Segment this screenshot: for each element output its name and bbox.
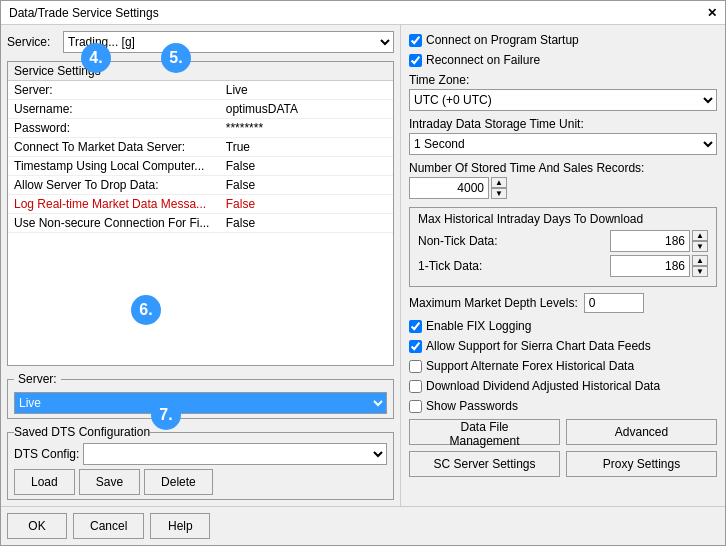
allow-support-label: Allow Support for Sierra Chart Data Feed… <box>426 339 651 353</box>
dts-row: DTS Config: <box>14 443 387 465</box>
stored-records-spinner: 4000 ▲ ▼ <box>409 177 717 199</box>
server-select[interactable]: Live <box>14 392 387 414</box>
settings-key: Log Real-time Market Data Messa... <box>8 195 220 214</box>
stored-records-up[interactable]: ▲ <box>491 177 507 188</box>
main-window: Data/Trade Service Settings ✕ 4. 5. 6. 7… <box>0 0 726 546</box>
service-row: Service: Trading... [g] <box>7 31 394 53</box>
intraday-group: Intraday Data Storage Time Unit: 1 Secon… <box>409 117 717 155</box>
one-tick-down[interactable]: ▼ <box>692 266 708 277</box>
dts-delete-button[interactable]: Delete <box>144 469 213 495</box>
non-tick-label: Non-Tick Data: <box>418 234 498 248</box>
settings-value: False <box>220 195 393 214</box>
intraday-select[interactable]: 1 Second <box>409 133 717 155</box>
settings-key: Username: <box>8 100 220 119</box>
sc-server-button[interactable]: SC Server Settings <box>409 451 560 477</box>
reconnect-failure-label: Reconnect on Failure <box>426 53 540 67</box>
settings-table-row: Username:optimusDATA <box>8 100 393 119</box>
right-panel: Connect on Program Startup Reconnect on … <box>401 25 725 506</box>
dts-buttons: Load Save Delete <box>14 469 387 495</box>
depth-input[interactable]: 0 <box>584 293 644 313</box>
settings-key: Use Non-secure Connection For Fi... <box>8 214 220 233</box>
dts-legend: Saved DTS Configuration <box>14 425 150 439</box>
stored-records-spinner-btns: ▲ ▼ <box>491 177 507 199</box>
service-label: Service: <box>7 35 57 49</box>
non-tick-spinner: 186 ▲ ▼ <box>610 230 708 252</box>
dts-config-select[interactable] <box>83 443 387 465</box>
non-tick-row: Non-Tick Data: 186 ▲ ▼ <box>418 230 708 252</box>
support-alternate-checkbox[interactable] <box>409 360 422 373</box>
proxy-button[interactable]: Proxy Settings <box>566 451 717 477</box>
title-bar: Data/Trade Service Settings ✕ <box>1 1 725 25</box>
allow-support-checkbox[interactable] <box>409 340 422 353</box>
settings-group-title: Service Settings <box>8 62 393 81</box>
left-panel: 4. 5. 6. 7. Service: Trading... [g] Serv… <box>1 25 401 506</box>
max-historical-title: Max Historical Intraday Days To Download <box>418 212 708 226</box>
content-area: 4. 5. 6. 7. Service: Trading... [g] Serv… <box>1 25 725 506</box>
help-button[interactable]: Help <box>150 513 210 539</box>
allow-support-row: Allow Support for Sierra Chart Data Feed… <box>409 339 717 353</box>
settings-value: True <box>220 138 393 157</box>
service-select[interactable]: Trading... [g] <box>63 31 394 53</box>
one-tick-spinner: 186 ▲ ▼ <box>610 255 708 277</box>
connect-startup-label: Connect on Program Startup <box>426 33 579 47</box>
download-dividend-label: Download Dividend Adjusted Historical Da… <box>426 379 660 393</box>
bottom-buttons: OK Cancel Help <box>1 506 725 545</box>
data-file-button[interactable]: Data File Management <box>409 419 560 445</box>
stored-records-label: Number Of Stored Time And Sales Records: <box>409 161 717 175</box>
show-passwords-checkbox[interactable] <box>409 400 422 413</box>
settings-table-row: Password:******** <box>8 119 393 138</box>
show-passwords-row: Show Passwords <box>409 399 717 413</box>
settings-table: Server:LiveUsername:optimusDATAPassword:… <box>8 81 393 233</box>
fix-logging-row: Enable FIX Logging <box>409 319 717 333</box>
max-historical-box: Max Historical Intraday Days To Download… <box>409 207 717 287</box>
one-tick-up[interactable]: ▲ <box>692 255 708 266</box>
right-buttons-row1: Data File Management Advanced <box>409 419 717 445</box>
dts-config-label: DTS Config: <box>14 447 79 461</box>
reconnect-failure-checkbox[interactable] <box>409 54 422 67</box>
depth-row: Maximum Market Depth Levels: 0 <box>409 293 717 313</box>
dts-save-button[interactable]: Save <box>79 469 140 495</box>
settings-value: ******** <box>220 119 393 138</box>
settings-table-row: Use Non-secure Connection For Fi...False <box>8 214 393 233</box>
settings-value: Live <box>220 81 393 100</box>
show-passwords-label: Show Passwords <box>426 399 518 413</box>
non-tick-down[interactable]: ▼ <box>692 241 708 252</box>
close-button[interactable]: ✕ <box>707 6 717 20</box>
support-alternate-label: Support Alternate Forex Historical Data <box>426 359 634 373</box>
right-buttons-row2: SC Server Settings Proxy Settings <box>409 451 717 477</box>
advanced-button[interactable]: Advanced <box>566 419 717 445</box>
stored-records-down[interactable]: ▼ <box>491 188 507 199</box>
timezone-select[interactable]: UTC (+0 UTC) <box>409 89 717 111</box>
settings-group: Service Settings Server:LiveUsername:opt… <box>7 61 394 366</box>
support-alternate-row: Support Alternate Forex Historical Data <box>409 359 717 373</box>
settings-value: False <box>220 214 393 233</box>
server-fieldset: Server: Live <box>7 372 394 419</box>
server-legend: Server: <box>14 372 61 386</box>
depth-label: Maximum Market Depth Levels: <box>409 296 578 310</box>
non-tick-up[interactable]: ▲ <box>692 230 708 241</box>
cancel-button[interactable]: Cancel <box>73 513 144 539</box>
settings-table-row: Log Real-time Market Data Messa...False <box>8 195 393 214</box>
settings-key: Password: <box>8 119 220 138</box>
window-title: Data/Trade Service Settings <box>9 6 159 20</box>
stored-records-input[interactable]: 4000 <box>409 177 489 199</box>
intraday-label: Intraday Data Storage Time Unit: <box>409 117 717 131</box>
dts-load-button[interactable]: Load <box>14 469 75 495</box>
non-tick-input[interactable]: 186 <box>610 230 690 252</box>
settings-value: False <box>220 176 393 195</box>
download-dividend-checkbox[interactable] <box>409 380 422 393</box>
settings-table-row: Server:Live <box>8 81 393 100</box>
connect-startup-checkbox[interactable] <box>409 34 422 47</box>
fix-logging-checkbox[interactable] <box>409 320 422 333</box>
connect-startup-row: Connect on Program Startup <box>409 33 717 47</box>
settings-key: Server: <box>8 81 220 100</box>
fix-logging-label: Enable FIX Logging <box>426 319 531 333</box>
settings-value: False <box>220 157 393 176</box>
settings-key: Allow Server To Drop Data: <box>8 176 220 195</box>
one-tick-input[interactable]: 186 <box>610 255 690 277</box>
ok-button[interactable]: OK <box>7 513 67 539</box>
dts-fieldset: Saved DTS Configuration DTS Config: Load… <box>7 425 394 500</box>
download-dividend-row: Download Dividend Adjusted Historical Da… <box>409 379 717 393</box>
settings-table-row: Timestamp Using Local Computer...False <box>8 157 393 176</box>
timezone-group: Time Zone: UTC (+0 UTC) <box>409 73 717 111</box>
